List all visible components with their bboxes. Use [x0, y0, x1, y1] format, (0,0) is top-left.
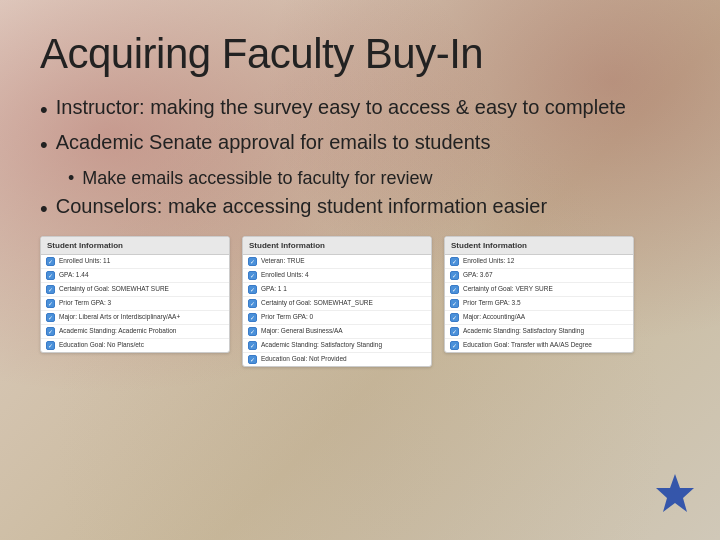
card-1-row-5: Academic Standing: Academic Probation — [41, 325, 229, 339]
card-3-header: Student Information — [445, 237, 633, 255]
checkbox-icon — [46, 341, 55, 350]
card-3-row-0: Enrolled Units: 12 — [445, 255, 633, 269]
checkbox-icon — [450, 271, 459, 280]
card-1-row-0: Enrolled Units: 11 — [41, 255, 229, 269]
card-2-header: Student Information — [243, 237, 431, 255]
card-1-header: Student Information — [41, 237, 229, 255]
main-bullet-list-2: Counselors: make accessing student infor… — [40, 195, 680, 222]
checkbox-icon — [450, 327, 459, 336]
card-2-row-7: Education Goal: Not Provided — [243, 353, 431, 366]
card-2-row-2: GPA: 1 1 — [243, 283, 431, 297]
card-2-row-3: Certainty of Goal: SOMEWHAT_SURE — [243, 297, 431, 311]
student-info-card-3: Student Information Enrolled Units: 12 G… — [444, 236, 634, 353]
checkbox-icon — [248, 285, 257, 294]
card-1-row-4: Major: Liberal Arts or Interdisciplinary… — [41, 311, 229, 325]
card-3-row-3: Prior Term GPA: 3.5 — [445, 297, 633, 311]
card-3-row-4: Major: Accounting/AA — [445, 311, 633, 325]
checkbox-icon — [450, 341, 459, 350]
student-info-card-2: Student Information Veteran: TRUE Enroll… — [242, 236, 432, 367]
sub-bullet-list: Make emails accessible to faculty for re… — [68, 168, 680, 189]
card-3-row-5: Academic Standing: Satisfactory Standing — [445, 325, 633, 339]
card-1-row-2: Certainty of Goal: SOMEWHAT SURE — [41, 283, 229, 297]
checkbox-icon — [248, 313, 257, 322]
checkbox-icon — [450, 257, 459, 266]
card-2-row-6: Academic Standing: Satisfactory Standing — [243, 339, 431, 353]
bullet-item-2: Academic Senate approval for emails to s… — [40, 131, 680, 158]
card-1-row-6: Education Goal: No Plans/etc — [41, 339, 229, 352]
checkbox-icon — [248, 299, 257, 308]
checkbox-icon — [248, 327, 257, 336]
page-title: Acquiring Faculty Buy-In — [40, 30, 680, 78]
card-3-row-6: Education Goal: Transfer with AA/AS Degr… — [445, 339, 633, 352]
card-2-row-5: Major: General Business/AA — [243, 325, 431, 339]
checkbox-icon — [46, 257, 55, 266]
checkbox-icon — [450, 285, 459, 294]
card-3-row-2: Certainty of Goal: VERY SURE — [445, 283, 633, 297]
main-bullet-list: Instructor: making the survey easy to ac… — [40, 96, 680, 158]
checkbox-icon — [46, 299, 55, 308]
screenshots-row: Student Information Enrolled Units: 11 G… — [40, 236, 680, 367]
card-2-row-0: Veteran: TRUE — [243, 255, 431, 269]
sub-bullet-item-1: Make emails accessible to faculty for re… — [68, 168, 680, 189]
star-decoration — [650, 470, 700, 520]
checkbox-icon — [248, 341, 257, 350]
checkbox-icon — [450, 313, 459, 322]
student-info-card-1: Student Information Enrolled Units: 11 G… — [40, 236, 230, 353]
checkbox-icon — [46, 271, 55, 280]
card-2-row-1: Enrolled Units: 4 — [243, 269, 431, 283]
bullet-item-1: Instructor: making the survey easy to ac… — [40, 96, 680, 123]
checkbox-icon — [46, 285, 55, 294]
checkbox-icon — [46, 313, 55, 322]
bullet-item-3: Counselors: make accessing student infor… — [40, 195, 680, 222]
card-1-row-1: GPA: 1.44 — [41, 269, 229, 283]
checkbox-icon — [248, 271, 257, 280]
checkbox-icon — [46, 327, 55, 336]
svg-marker-0 — [656, 474, 694, 512]
checkbox-icon — [248, 257, 257, 266]
checkbox-icon — [248, 355, 257, 364]
card-3-row-1: GPA: 3.67 — [445, 269, 633, 283]
card-1-row-3: Prior Term GPA: 3 — [41, 297, 229, 311]
checkbox-icon — [450, 299, 459, 308]
card-2-row-4: Prior Term GPA: 0 — [243, 311, 431, 325]
